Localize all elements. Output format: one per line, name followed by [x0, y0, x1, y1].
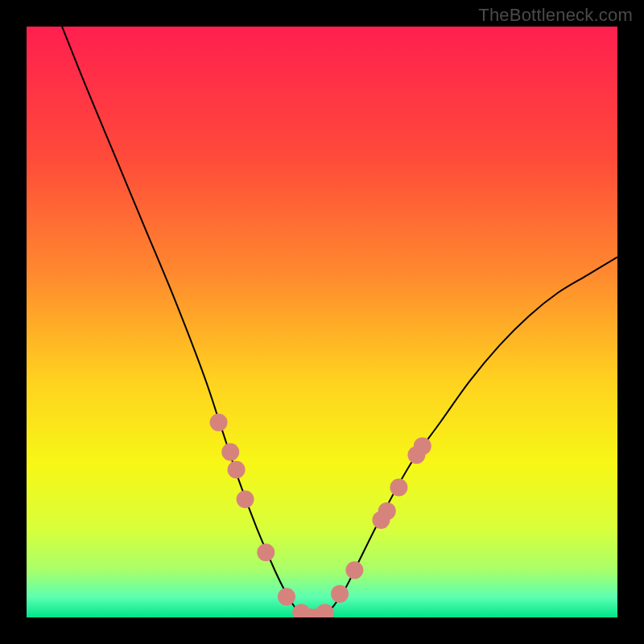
highlight-marker [378, 502, 396, 520]
chart-background [27, 27, 617, 617]
highlight-marker [228, 461, 246, 479]
highlight-marker [210, 414, 228, 431]
highlight-marker [278, 588, 295, 605]
highlight-marker [331, 585, 349, 603]
highlight-marker [257, 543, 275, 561]
highlight-marker [221, 443, 239, 460]
chart-plot-area [27, 27, 617, 617]
chart-svg [27, 27, 617, 617]
highlight-marker [390, 479, 407, 497]
highlight-marker [237, 490, 254, 508]
highlight-marker [414, 437, 431, 455]
highlight-marker [345, 561, 363, 579]
chart-frame: TheBottleneck.com [0, 0, 644, 644]
watermark-text: TheBottleneck.com [478, 5, 633, 26]
